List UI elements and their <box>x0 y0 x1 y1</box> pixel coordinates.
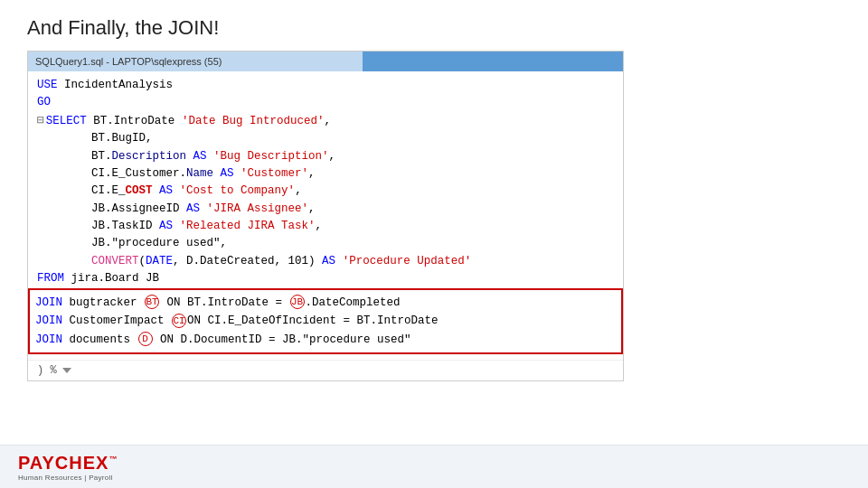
collapse-icon: ⊟ <box>37 112 44 130</box>
keyword-from: FROM <box>37 270 64 287</box>
code-line-select: ⊟SELECT BT.IntroDate 'Date Bug Introduce… <box>28 112 623 130</box>
keyword-select: SELECT <box>46 113 87 130</box>
slide-title: And Finally, the JOIN! <box>27 16 841 40</box>
paychex-logo: PAYCHEX™ Human Resources | Payroll <box>18 453 118 482</box>
main-content: And Finally, the JOIN! SQLQuery1.sql - L… <box>0 0 868 381</box>
code-line-from: FROM jira.Board JB <box>28 270 623 287</box>
keyword-go: GO <box>37 94 51 111</box>
alias-ci: CI <box>172 314 186 328</box>
code-area: SQLQuery1.sql - LAPTOP\sqlexpress (55) U… <box>27 51 624 381</box>
paychex-brand-name: PAYCHEX™ <box>18 453 118 474</box>
code-header-label: SQLQuery1.sql - LAPTOP\sqlexpress (55) <box>28 52 363 71</box>
code-line: CONVERT(DATE, D.DateCreated, 101) AS 'Pr… <box>28 253 623 270</box>
alias-d: D <box>138 332 153 346</box>
join-line-1: JOIN bugtracker BT ON BT.IntroDate = JB.… <box>35 294 616 313</box>
footer-text: ) % <box>37 364 57 377</box>
code-header-right <box>363 52 623 71</box>
code-line: CI.E_Customer.Name AS 'Customer', <box>28 165 623 183</box>
alias-bt: BT <box>145 295 159 309</box>
code-body: USE IncidentAnalysis GO ⊟SELECT BT.Intro… <box>28 71 623 360</box>
query-tab-label: SQLQuery1.sql - LAPTOP\sqlexpress (55) <box>35 56 222 67</box>
code-line: USE IncidentAnalysis <box>28 77 623 94</box>
code-line: JB.AssigneeID AS 'JIRA Assignee', <box>28 201 623 218</box>
join-line-3: JOIN documents D ON D.DocumentID = JB."p… <box>35 331 616 350</box>
alias-jb: JB <box>290 295 305 309</box>
footer-bar: PAYCHEX™ Human Resources | Payroll <box>0 445 868 488</box>
code-line: JB.TaskID AS 'Releated JIRA Task', <box>28 218 623 235</box>
code-line: GO <box>28 94 623 111</box>
code-footer: ) % <box>28 360 623 380</box>
scroll-down-icon[interactable] <box>62 368 71 373</box>
code-line: BT.BugID, <box>28 130 623 147</box>
join-line-2: JOIN CustomerImpact CION CI.E_DateOfInci… <box>35 312 616 331</box>
code-header: SQLQuery1.sql - LAPTOP\sqlexpress (55) <box>28 52 623 71</box>
paychex-tagline: Human Resources | Payroll <box>18 474 118 482</box>
join-section: JOIN bugtracker BT ON BT.IntroDate = JB.… <box>28 288 623 355</box>
code-line: BT.Description AS 'Bug Description', <box>28 148 623 165</box>
code-line-cost: CI.E_COST AS 'Cost to Company', <box>28 183 623 200</box>
keyword-use: USE <box>37 77 58 94</box>
code-line: JB."procedure used", <box>28 235 623 252</box>
